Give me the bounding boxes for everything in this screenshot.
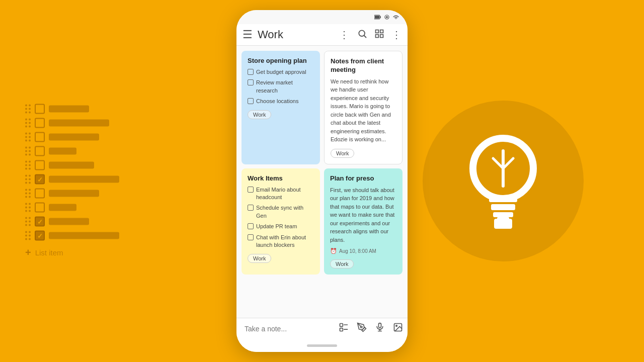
add-icon: + [25, 247, 31, 258]
list-item [25, 174, 119, 185]
more-icon-header[interactable]: ⋮ [339, 29, 349, 41]
svg-rect-8 [497, 217, 509, 221]
svg-point-29 [396, 325, 397, 327]
note-item: Get budget approval [248, 68, 314, 76]
drag-handle [25, 147, 31, 156]
checkbox[interactable] [35, 132, 45, 142]
mini-checkbox [248, 98, 254, 104]
note-label: Work [248, 110, 271, 119]
clock-icon: ⏰ [330, 248, 337, 254]
layout-icon[interactable] [374, 29, 384, 41]
svg-rect-22 [340, 328, 343, 331]
note-title: Notes from client meeting [331, 57, 396, 74]
item-bar [49, 162, 94, 169]
lightbulb-decoration [423, 101, 584, 261]
list-item [25, 132, 119, 142]
take-note-row [245, 322, 399, 335]
bottom-icons [339, 322, 403, 335]
list-item [25, 217, 119, 227]
image-icon[interactable] [393, 322, 403, 335]
item-text: Update PR team [256, 223, 297, 230]
item-bar [49, 204, 76, 211]
more-icon[interactable]: ⋮ [391, 29, 401, 41]
note-label: Work [331, 149, 354, 158]
new-checklist-icon[interactable] [339, 322, 349, 335]
svg-rect-19 [380, 34, 383, 37]
list-item [25, 231, 119, 241]
add-item-label: List item [35, 248, 63, 257]
drag-handle [25, 203, 31, 212]
status-bar [236, 10, 408, 24]
phone-mockup: ☰ Work ⋮ ⋮ [236, 10, 408, 352]
note-item: Email Mario about headcount [248, 186, 314, 202]
drag-handle [25, 217, 31, 226]
mini-checkbox [248, 234, 254, 240]
item-bar [49, 218, 89, 225]
menu-icon[interactable]: ☰ [243, 28, 253, 41]
mini-checkbox [248, 187, 254, 193]
search-icon[interactable] [357, 29, 367, 41]
drag-handle [25, 189, 31, 198]
header-icons: ⋮ [357, 29, 401, 41]
drag-handle [25, 161, 31, 170]
checkbox[interactable] [35, 118, 45, 128]
checkbox[interactable] [35, 189, 45, 199]
note-store-plan[interactable]: Store opening plan Get budget approval R… [242, 51, 320, 164]
note-title: Plan for preso [330, 174, 396, 183]
note-work-items[interactable]: Work Items Email Mario about headcount S… [242, 168, 320, 275]
lightbulb-icon [463, 131, 543, 231]
svg-rect-18 [376, 34, 379, 37]
add-item-row[interactable]: + List item [25, 247, 119, 258]
note-time-text: Aug 10, 8:00 AM [339, 248, 376, 254]
svg-point-13 [386, 16, 388, 18]
note-label: Work [330, 259, 354, 268]
drag-handle [25, 231, 31, 240]
svg-rect-3 [493, 212, 513, 217]
checkbox[interactable] [35, 231, 45, 241]
note-client-meeting[interactable]: Notes from client meeting We need to ret… [324, 51, 403, 164]
note-title: Work Items [248, 174, 314, 183]
drag-handle [25, 175, 31, 184]
drag-handle [25, 105, 31, 114]
item-text: Review market research [256, 79, 314, 95]
item-bar [49, 106, 89, 113]
item-bar [49, 148, 76, 155]
note-plan-preso[interactable]: Plan for preso First, we should talk abo… [324, 168, 403, 275]
item-text: Schedule sync with Gen [256, 204, 314, 220]
svg-line-15 [364, 35, 366, 37]
checkbox[interactable] [35, 104, 45, 114]
svg-point-24 [361, 326, 362, 328]
item-bar [49, 134, 99, 141]
checkbox[interactable] [35, 146, 45, 156]
note-body: We need to rethink how we handle user ex… [331, 77, 396, 144]
checkbox[interactable] [35, 203, 45, 213]
phone-screen: ☰ Work ⋮ ⋮ [236, 10, 408, 352]
app-bottom-bar [236, 318, 408, 339]
notes-grid: Store opening plan Get budget approval R… [236, 46, 408, 318]
svg-rect-10 [380, 16, 381, 18]
svg-rect-1 [489, 195, 517, 202]
list-item [25, 118, 119, 128]
list-item [25, 203, 119, 213]
list-item [25, 189, 119, 199]
note-body: First, we should talk about our plan for… [330, 186, 396, 244]
drag-handle [25, 119, 31, 128]
checkbox[interactable] [35, 217, 45, 227]
mic-icon[interactable] [375, 322, 385, 335]
item-text: Chat with Erin about launch blockers [256, 234, 314, 249]
item-bar [49, 232, 119, 239]
checkbox[interactable] [35, 174, 45, 185]
item-bar [49, 120, 109, 127]
wifi-icon [392, 15, 399, 20]
mini-checkbox [248, 205, 254, 211]
note-item: Update PR team [248, 223, 314, 230]
take-note-input[interactable] [245, 325, 333, 333]
draw-icon[interactable] [357, 322, 367, 335]
list-item [25, 146, 119, 156]
battery-icon [374, 15, 381, 20]
list-item [25, 104, 119, 114]
checkbox[interactable] [35, 160, 45, 170]
list-item [25, 160, 119, 170]
item-bar [49, 190, 99, 197]
note-time: ⏰ Aug 10, 8:00 AM [330, 248, 396, 254]
